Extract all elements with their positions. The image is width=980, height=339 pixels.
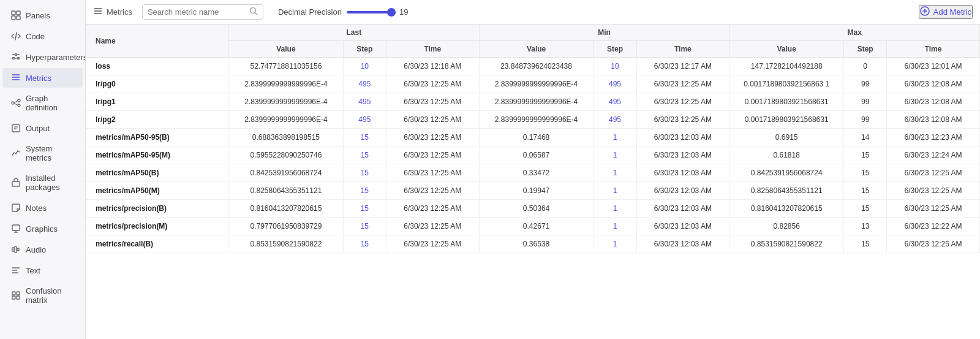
table-row: metrics/precision(B) 0.8160413207820615 …	[86, 200, 980, 218]
sidebar-item-label: Notes	[26, 204, 47, 213]
sidebar-item-panels[interactable]: Panels	[2, 6, 83, 25]
cell-min-step[interactable]: 1	[594, 147, 636, 164]
panels-icon	[11, 10, 21, 20]
search-input[interactable]	[148, 7, 246, 17]
cell-min-value: 0.06587	[479, 147, 594, 164]
svg-point-17	[18, 104, 20, 107]
cell-min-step[interactable]: 1	[594, 129, 636, 147]
text-icon	[11, 265, 21, 275]
col-max-value: Value	[729, 41, 844, 58]
cell-last-time: 6/30/23 12:25 AM	[386, 129, 479, 147]
add-metric-button[interactable]: Add Metric	[919, 5, 973, 19]
cell-min-value: 2.8399999999999996E-4	[479, 93, 594, 111]
table-row: lr/pg2 2.8399999999999996E-4 495 6/30/23…	[86, 111, 980, 129]
sidebar-item-output[interactable]: Output	[2, 118, 83, 138]
cell-min-step[interactable]: 1	[594, 218, 636, 235]
cell-min-step[interactable]: 1	[594, 164, 636, 182]
svg-rect-27	[12, 248, 14, 251]
sidebar-item-audio[interactable]: Audio	[2, 240, 83, 259]
col-group-max: Max	[729, 25, 980, 41]
svg-point-15	[12, 102, 14, 104]
cell-max-value: 0.0017189803921568631	[729, 111, 844, 129]
cell-min-step[interactable]: 1	[594, 182, 636, 200]
cell-max-value: 0.8258064355351121	[729, 182, 844, 200]
cell-name: metrics/mAP50(M)	[86, 182, 229, 200]
sidebar-item-system-metrics[interactable]: System metrics	[2, 139, 83, 167]
graphics-icon	[11, 224, 21, 234]
cell-max-time: 6/30/23 12:08 AM	[887, 111, 980, 129]
cell-min-time: 6/30/23 12:25 AM	[636, 93, 729, 111]
cell-max-value: 0.0017189803921568631	[729, 93, 844, 111]
cell-last-step[interactable]: 15	[343, 235, 386, 253]
table-row: loss 52.747718811035156 10 6/30/23 12:18…	[86, 58, 980, 75]
cell-min-step[interactable]: 1	[594, 235, 636, 253]
sidebar-item-label: System metrics	[26, 144, 74, 162]
sidebar-item-graphics[interactable]: Graphics	[2, 219, 83, 238]
table-row: metrics/recall(B) 0.8531590821590822 15 …	[86, 235, 980, 253]
svg-point-16	[18, 99, 20, 102]
cell-min-step[interactable]: 495	[594, 93, 636, 111]
cell-last-step[interactable]: 495	[343, 93, 386, 111]
code-icon	[11, 31, 21, 41]
col-max-time: Time	[887, 41, 980, 58]
cell-last-step[interactable]: 15	[343, 129, 386, 147]
sidebar-item-hyperparameters[interactable]: Hyperparameters	[2, 47, 83, 67]
col-group-min: Min	[479, 25, 729, 41]
cell-min-time: 6/30/23 12:03 AM	[636, 129, 729, 147]
cell-last-step[interactable]: 10	[343, 58, 386, 75]
sidebar-item-graph-definition[interactable]: Graph definition	[2, 89, 83, 117]
sidebar-item-installed-packages[interactable]: Installed packages	[2, 169, 83, 197]
add-metric-label: Add Metric	[933, 7, 971, 17]
sidebar-item-label: Audio	[26, 245, 46, 254]
svg-rect-23	[12, 181, 20, 186]
table-row: metrics/mAP50(M) 0.8258064355351121 15 6…	[86, 182, 980, 200]
svg-rect-24	[12, 225, 20, 230]
decimal-slider-container[interactable]: 19	[347, 7, 408, 17]
col-last-step: Step	[343, 41, 386, 58]
cell-max-step: 99	[844, 111, 887, 129]
sidebar-item-confusion-matrix[interactable]: Confusion matrix	[2, 281, 83, 310]
search-box[interactable]	[142, 4, 263, 20]
col-min-step: Step	[594, 41, 636, 58]
cell-last-step[interactable]: 15	[343, 218, 386, 235]
cell-last-step[interactable]: 495	[343, 111, 386, 129]
cell-last-time: 6/30/23 12:25 AM	[386, 218, 479, 235]
sidebar-item-label: Output	[26, 124, 50, 133]
sidebar-item-label: Code	[26, 32, 45, 41]
cell-name: lr/pg2	[86, 111, 229, 129]
cell-max-step: 15	[844, 182, 887, 200]
col-min-value: Value	[479, 41, 594, 58]
confusion-icon	[11, 291, 21, 300]
cell-name: metrics/recall(B)	[86, 235, 229, 253]
cell-last-step[interactable]: 15	[343, 182, 386, 200]
cell-last-time: 6/30/23 12:25 AM	[386, 200, 479, 218]
sidebar-item-label: Panels	[26, 11, 50, 20]
cell-min-value: 0.50364	[479, 200, 594, 218]
cell-min-value: 23.848739624023438	[479, 58, 594, 75]
svg-point-6	[13, 58, 15, 59]
svg-rect-36	[17, 296, 20, 299]
sidebar-item-notes[interactable]: Notes	[2, 198, 83, 218]
sidebar-item-code[interactable]: Code	[2, 26, 83, 46]
cell-max-time: 6/30/23 12:24 AM	[887, 147, 980, 164]
cell-last-time: 6/30/23 12:18 AM	[386, 58, 479, 75]
cell-min-step[interactable]: 10	[594, 58, 636, 75]
cell-max-value: 0.001718980392156863 1	[729, 75, 844, 93]
hyperparameters-icon	[11, 52, 21, 62]
sidebar-item-text[interactable]: Text	[2, 261, 83, 280]
sidebar-item-metrics[interactable]: Metrics	[2, 68, 83, 88]
cell-last-step[interactable]: 15	[343, 164, 386, 182]
cell-last-step[interactable]: 495	[343, 75, 386, 93]
cell-min-step[interactable]: 1	[594, 200, 636, 218]
cell-min-step[interactable]: 495	[594, 75, 636, 93]
cell-min-step[interactable]: 495	[594, 111, 636, 129]
cell-min-value: 2.8399999999999996E-4	[479, 75, 594, 93]
cell-min-time: 6/30/23 12:03 AM	[636, 182, 729, 200]
cell-last-step[interactable]: 15	[343, 200, 386, 218]
cell-last-step[interactable]: 15	[343, 147, 386, 164]
cell-last-value: 2.8399999999999996E-4	[229, 111, 344, 129]
cell-name: metrics/mAP50-95(M)	[86, 147, 229, 164]
svg-line-41	[255, 13, 257, 15]
cell-max-step: 15	[844, 200, 887, 218]
decimal-slider[interactable]	[347, 11, 396, 13]
